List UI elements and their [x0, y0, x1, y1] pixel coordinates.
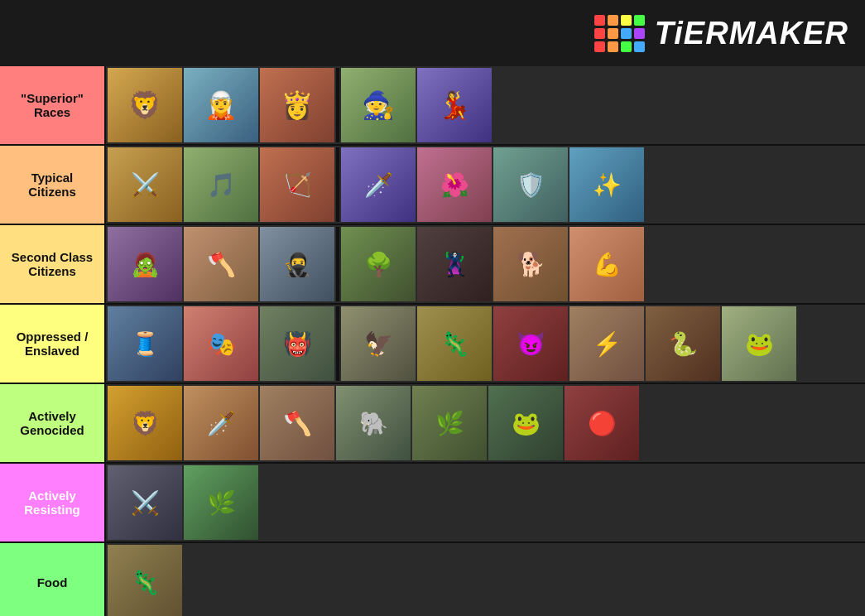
separator	[336, 68, 339, 142]
tier-table: "Superior" Races 🦁 🧝 👸 🧙 💃 Typical Citiz…	[0, 66, 865, 616]
tier-item: 🗡️	[341, 147, 416, 222]
logo-dot-10	[608, 41, 618, 52]
tier-item: 🧵	[108, 306, 182, 381]
logo-dot-9	[594, 41, 605, 52]
tier-item: 🧙	[341, 68, 416, 142]
tier-item: 🦎	[417, 306, 492, 381]
tier-item: 🦁	[108, 386, 182, 460]
tier-item: 💪	[569, 227, 644, 301]
logo-dot-4	[634, 15, 645, 26]
tier-item: 🦹	[417, 227, 492, 301]
tier-row-second: Second Class Citizens 🧟 🪓 🥷 🌳 🦹 🐕 💪	[0, 225, 865, 305]
tier-item: 🏹	[260, 147, 334, 222]
tier-item: 🦎	[108, 545, 182, 616]
tier-row-food: Food 🦎	[0, 543, 865, 616]
logo-grid	[594, 15, 645, 52]
tier-item: 🥷	[260, 227, 334, 301]
tier-label-superior: "Superior" Races	[0, 66, 104, 144]
tier-item: 👹	[260, 306, 334, 381]
tier-row-typical: Typical Citizens ⚔️ 🎵 🏹 🗡️ 🌺 🛡️ ✨	[0, 146, 865, 225]
tier-item: 🐍	[646, 306, 720, 381]
logo-dot-5	[594, 28, 605, 39]
logo-dot-2	[608, 15, 618, 26]
tier-item: 🦁	[108, 68, 182, 142]
tier-item: 🎵	[184, 147, 258, 222]
tier-item: 🌺	[417, 147, 492, 222]
logo-dot-1	[594, 15, 605, 26]
logo-dot-7	[621, 28, 632, 39]
logo-dot-11	[621, 41, 632, 52]
logo-dot-6	[608, 28, 618, 39]
separator	[336, 227, 339, 301]
tier-label-second: Second Class Citizens	[0, 225, 104, 303]
tier-item: 🦅	[341, 306, 416, 381]
tier-row-superior: "Superior" Races 🦁 🧝 👸 🧙 💃	[0, 66, 865, 146]
tier-item: 🐸	[488, 386, 563, 460]
logo-dot-3	[621, 15, 632, 26]
tier-item: 👸	[260, 68, 334, 142]
logo-text: TiERMAKER	[655, 16, 848, 51]
tier-items-typical: ⚔️ 🎵 🏹 🗡️ 🌺 🛡️ ✨	[104, 146, 865, 224]
tier-item: 🪓	[184, 227, 258, 301]
tier-label-oppressed: Oppressed / Enslaved	[0, 305, 104, 383]
tier-item: 🗡️	[184, 386, 258, 460]
tier-item: 🌿	[184, 465, 258, 540]
tier-items-resisting: ⚔️ 🌿	[104, 464, 865, 541]
tier-item: ⚔️	[108, 465, 182, 540]
tier-items-food: 🦎	[104, 543, 865, 616]
separator	[336, 306, 339, 381]
separator	[336, 147, 339, 222]
tier-item: 🧝	[184, 68, 258, 142]
tier-label-genocided: Actively Genocided	[0, 384, 104, 462]
tier-label-resisting: Actively Resisting	[0, 464, 104, 541]
tier-label-typical: Typical Citizens	[0, 146, 104, 224]
tier-item: ⚡	[569, 306, 644, 381]
tier-items-second: 🧟 🪓 🥷 🌳 🦹 🐕 💪	[104, 225, 865, 303]
tier-item: ✨	[569, 147, 644, 222]
tier-items-oppressed: 🧵 🎭 👹 🦅 🦎 😈 ⚡ 🐍 🐸	[104, 305, 865, 383]
tier-item: 🛡️	[493, 147, 568, 222]
tier-item: 😈	[493, 306, 568, 381]
tier-item: 🎭	[184, 306, 258, 381]
logo-dot-8	[634, 28, 645, 39]
tier-items-superior: 🦁 🧝 👸 🧙 💃	[104, 66, 865, 144]
tiermaker-logo: TiERMAKER	[594, 15, 848, 52]
tier-item: 🌳	[341, 227, 416, 301]
tier-item: 🧟	[108, 227, 182, 301]
tier-item: ⚔️	[108, 147, 182, 222]
header: TiERMAKER	[0, 0, 865, 66]
tier-item: 🌿	[412, 386, 487, 460]
tier-item: 🔴	[565, 386, 639, 460]
tier-item: 🐸	[722, 306, 796, 381]
logo-dot-12	[634, 41, 645, 52]
tier-row-resisting: Actively Resisting ⚔️ 🌿	[0, 464, 865, 543]
tier-label-food: Food	[0, 543, 104, 616]
tier-item: 🪓	[260, 386, 334, 460]
tier-item: 💃	[417, 68, 492, 142]
tier-row-oppressed: Oppressed / Enslaved 🧵 🎭 👹 🦅 🦎 😈 ⚡ 🐍 🐸	[0, 305, 865, 384]
tier-item: 🐘	[336, 386, 411, 460]
tier-item: 🐕	[493, 227, 568, 301]
tier-row-genocided: Actively Genocided 🦁 🗡️ 🪓 🐘 🌿 🐸 🔴	[0, 384, 865, 464]
tier-items-genocided: 🦁 🗡️ 🪓 🐘 🌿 🐸 🔴	[104, 384, 865, 462]
